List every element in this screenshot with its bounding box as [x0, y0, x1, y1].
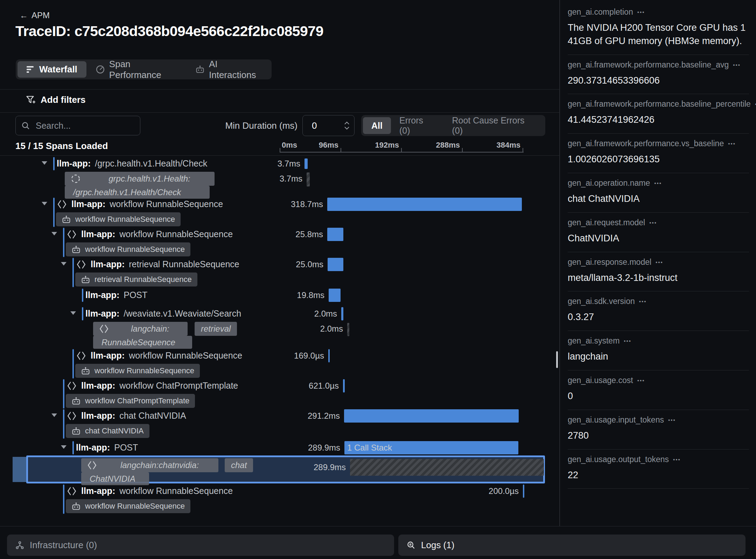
span-row[interactable]: llm-app:POST — [76, 440, 138, 455]
row-chevron-down-icon[interactable] — [61, 445, 66, 449]
attribute-item: gen_ai.operation.name•••chat ChatNVIDIA — [568, 173, 749, 213]
span-indent-line — [63, 228, 64, 257]
span-duration-bar[interactable] — [329, 289, 341, 302]
robot-icon — [62, 215, 71, 224]
axis-tick-label: 384ms — [471, 141, 520, 150]
tab-waterfall[interactable]: Waterfall — [18, 61, 86, 78]
add-filters-button[interactable]: Add filters — [26, 94, 86, 105]
min-duration-input[interactable] — [302, 115, 355, 136]
span-duration-bar[interactable] — [344, 409, 519, 423]
scrollbar-thumb[interactable] — [556, 351, 558, 368]
span-duration-bar[interactable] — [327, 198, 522, 211]
tab-ai-interactions[interactable]: AI Interactions — [186, 61, 270, 78]
attribute-key-text: gen_ai.framework.performance.baseline_av… — [568, 60, 729, 70]
attribute-menu-button[interactable]: ••• — [654, 180, 662, 186]
attribute-menu-button[interactable]: ••• — [656, 259, 663, 265]
span-row[interactable]: llm-app:/weaviate.v1.Weaviate/Search — [85, 306, 241, 321]
span-tooltip-line1: grpc.health.v1.Health: — [65, 172, 215, 186]
attribute-item: gen_ai.completion•••The NVIDIA H200 Tens… — [568, 2, 749, 55]
attribute-menu-button[interactable]: ••• — [639, 298, 647, 304]
scope-option-root-cause-errors-0-[interactable]: Root Cause Errors (0) — [443, 117, 544, 134]
attribute-menu-button[interactable]: ••• — [733, 62, 741, 68]
span-duration-bar[interactable] — [307, 172, 310, 186]
attribute-key-text: gen_ai.response.model — [568, 257, 651, 267]
attribute-value: 22 — [568, 469, 749, 482]
min-duration-value[interactable] — [303, 120, 337, 132]
selected-duration-bar[interactable] — [350, 459, 544, 476]
span-duration-bar[interactable] — [328, 258, 343, 271]
attribute-key-text: gen_ai.framework.performance.vs_baseline — [568, 139, 724, 148]
span-duration-bar[interactable] — [304, 158, 308, 169]
attribute-menu-button[interactable]: ••• — [649, 220, 657, 226]
attribute-item: gen_ai.request.model•••ChatNVIDIA — [568, 213, 749, 252]
logs-button[interactable]: Logs (1) — [398, 535, 746, 556]
search-input[interactable] — [35, 120, 124, 131]
span-row[interactable]: llm-app:workflow ChatPromptTemplate — [66, 378, 238, 393]
tab-span-performance[interactable]: Span Performance — [86, 61, 186, 78]
chevron-down-icon[interactable] — [344, 127, 349, 130]
attribute-menu-button[interactable]: ••• — [668, 417, 676, 423]
span-kind-label: retrieval RunnableSequence — [94, 275, 192, 284]
attribute-key: gen_ai.framework.performance.vs_baseline… — [568, 139, 749, 148]
number-stepper[interactable] — [344, 121, 349, 130]
robot-icon — [71, 245, 81, 254]
span-row[interactable]: llm-app:workflow RunnableSequence — [57, 197, 223, 212]
attribute-value: 41.44523741962426 — [568, 113, 749, 127]
span-tooltip-resource: retrieval — [195, 322, 237, 336]
attribute-menu-button[interactable]: ••• — [637, 377, 645, 383]
infrastructure-button[interactable]: Infrastructure (0) — [7, 535, 394, 556]
span-service: llm-app: — [91, 259, 125, 269]
attribute-menu-button[interactable]: ••• — [673, 457, 681, 462]
tab-label: AI Interactions — [209, 59, 261, 80]
scope-option-all[interactable]: All — [363, 117, 391, 134]
row-chevron-down-icon[interactable] — [70, 311, 76, 315]
span-duration-bar[interactable]: 1 Call Stack — [344, 441, 518, 454]
span-duration-bar[interactable] — [328, 349, 330, 362]
attribute-menu-button[interactable]: ••• — [728, 141, 736, 147]
span-service: llm-app: — [85, 309, 119, 319]
span-row[interactable]: llm-app:retrieval RunnableSequence — [76, 257, 239, 272]
span-duration-bar[interactable] — [523, 484, 524, 498]
span-duration-bar[interactable] — [347, 323, 349, 336]
span-duration: 289.9ms — [261, 440, 340, 455]
attribute-key-text: gen_ai.usage.cost — [568, 376, 633, 385]
span-kind-label: chat ChatNVIDIA — [85, 426, 144, 436]
tooltip-text: grpc.health.v1.Health: — [91, 174, 208, 184]
span-tooltip-line1: langchain:chatnvidia: — [81, 458, 218, 472]
span-indent-line — [53, 157, 55, 170]
attribute-value: 290.37314653396606 — [568, 74, 749, 87]
row-chevron-down-icon[interactable] — [61, 262, 66, 266]
attribute-key: gen_ai.system••• — [568, 336, 749, 346]
diamond-icon — [66, 229, 77, 240]
attribute-key-text: gen_ai.usage.output_tokens — [568, 455, 669, 464]
span-row[interactable]: llm-app:POST — [85, 288, 147, 303]
row-chevron-down-icon[interactable] — [51, 413, 57, 417]
span-service: llm-app: — [91, 351, 125, 361]
diamond-icon — [57, 199, 67, 210]
span-duration-bar[interactable] — [343, 379, 345, 392]
chevron-up-icon[interactable] — [344, 121, 349, 125]
span-row[interactable]: llm-app:chat ChatNVIDIA — [66, 408, 186, 423]
row-chevron-down-icon[interactable] — [51, 232, 57, 235]
attribute-value: The NVIDIA H200 Tensor Core GPU has 141G… — [568, 21, 749, 48]
span-duration-bar[interactable] — [341, 307, 343, 320]
span-duration-bar[interactable] — [327, 228, 343, 241]
axis-tick — [462, 148, 463, 153]
row-chevron-down-icon[interactable] — [42, 202, 47, 205]
span-row[interactable]: llm-app:workflow RunnableSequence — [66, 227, 233, 242]
row-chevron-down-icon[interactable] — [42, 161, 47, 165]
span-operation: POST — [124, 290, 147, 300]
attribute-menu-button[interactable]: ••• — [637, 9, 645, 15]
search-box[interactable] — [15, 116, 140, 135]
back-link-apm[interactable]: ← APM — [20, 10, 50, 20]
span-duration: 2.0ms — [264, 322, 343, 336]
attribute-menu-button[interactable]: ••• — [624, 338, 631, 344]
attribute-item: gen_ai.usage.input_tokens•••2780 — [568, 410, 749, 450]
scope-option-errors-0-[interactable]: Errors (0) — [391, 117, 444, 134]
page-title: TraceID: c75c208d368b094e566c22f2bc08597… — [15, 23, 323, 40]
span-row[interactable]: llm-app:workflow RunnableSequence — [76, 348, 242, 363]
span-row[interactable]: llm-app:workflow RunnableSequence — [66, 483, 233, 498]
span-row[interactable]: llm-app:/grpc.health.v1.Health/Check — [57, 156, 207, 171]
tooltip-text: langchain:chatnvidia: — [108, 460, 211, 470]
search-icon — [21, 121, 30, 130]
